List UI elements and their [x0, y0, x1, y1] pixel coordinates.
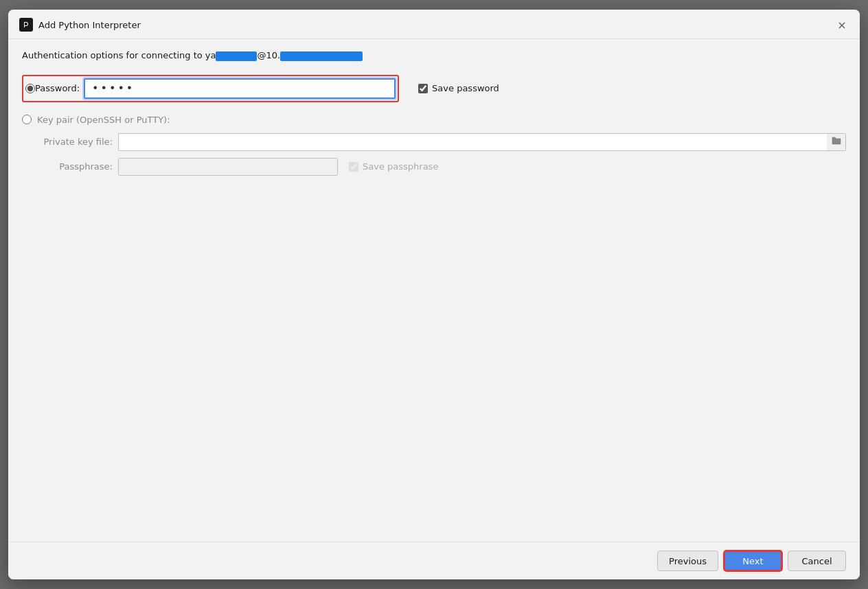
redacted-username [216, 51, 257, 61]
passphrase-row: Passphrase: Save passphrase [37, 158, 846, 176]
password-box-outer: Password: ••••• [22, 75, 399, 102]
keypair-label: Key pair (OpenSSH or PuTTY): [37, 115, 170, 125]
keypair-section: Key pair (OpenSSH or PuTTY): Private key… [22, 111, 846, 180]
password-radio[interactable] [25, 84, 35, 93]
save-password-row: Save password [418, 83, 499, 93]
redacted-host [280, 51, 363, 61]
auth-subtitle-pre: Authentication options for connecting to… [22, 50, 216, 60]
save-password-checkbox[interactable] [418, 84, 428, 93]
svg-rect-0 [21, 20, 31, 30]
add-python-interpreter-dialog: Add Python Interpreter × Authentication … [8, 10, 860, 579]
auth-subtitle-at: @10. [257, 50, 280, 60]
title-bar-left: Add Python Interpreter [19, 18, 141, 32]
auth-options: Password: ••••• Save password [22, 71, 846, 180]
auth-subtitle: Authentication options for connecting to… [22, 50, 846, 61]
keypair-radio[interactable] [22, 115, 32, 124]
save-passphrase-checkbox [349, 162, 358, 172]
next-button[interactable]: Next [724, 551, 782, 571]
password-row-full: Password: ••••• Save password [22, 75, 846, 102]
dialog-title: Add Python Interpreter [38, 20, 141, 30]
title-bar: Add Python Interpreter × [8, 10, 860, 39]
password-label: Password: [35, 83, 80, 93]
password-inner-field: ••••• [84, 78, 396, 99]
save-password-label: Save password [432, 83, 499, 93]
keypair-label-row: Key pair (OpenSSH or PuTTY): [22, 115, 846, 125]
save-passphrase-label: Save passphrase [363, 161, 438, 172]
browse-folder-button[interactable] [827, 133, 846, 151]
private-key-label: Private key file: [37, 137, 113, 147]
dialog-footer: Previous Next Cancel [8, 542, 860, 579]
keypair-fields: Private key file: [37, 133, 846, 176]
save-passphrase-row: Save passphrase [349, 161, 438, 172]
passphrase-label: Passphrase: [37, 161, 113, 172]
password-section: Password: ••••• Save password [22, 71, 846, 106]
app-icon [19, 18, 33, 32]
dialog-content: Authentication options for connecting to… [8, 39, 860, 542]
previous-button[interactable]: Previous [657, 551, 718, 571]
private-key-input[interactable] [118, 133, 827, 151]
password-dots: ••••• [85, 80, 154, 97]
passphrase-input[interactable] [118, 158, 338, 176]
cancel-button[interactable]: Cancel [788, 551, 846, 571]
password-input[interactable] [154, 80, 394, 97]
private-key-wrapper [118, 133, 846, 151]
private-key-row: Private key file: [37, 133, 846, 151]
folder-icon [831, 136, 842, 148]
close-button[interactable]: × [835, 18, 849, 32]
